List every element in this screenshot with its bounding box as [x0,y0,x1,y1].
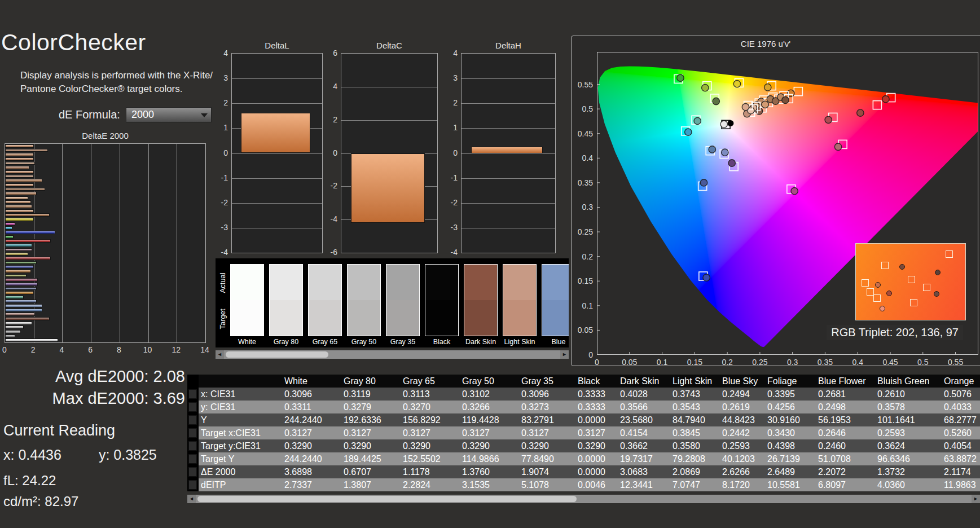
value-cell: 1.9074 [519,465,575,478]
target-swatch [464,300,497,336]
column-header: Black [575,375,618,388]
tick-label: 2 [320,115,337,124]
value-cell: 83.2791 [519,413,575,426]
delta-bar [351,153,425,223]
target-swatch [231,300,263,336]
value-cell: 0.2442 [720,426,765,439]
value-cell: 101.1641 [875,413,942,426]
tick-label: 0.4 [845,358,870,367]
row-handle [188,454,197,464]
column-header: Gray 50 [460,375,519,388]
value-cell: 0.4256 [765,401,816,413]
value-cell: 0.3290 [460,439,519,452]
tick-label: 1 [441,123,458,132]
scroll-left-arrow-icon[interactable]: ◄ [187,495,196,503]
de-bar [5,296,24,299]
de-bar [5,144,34,148]
value-cell: 0.3290 [341,439,401,452]
tick-label: 6 [88,345,93,354]
target-square-marker [910,299,917,306]
value-cell: 11.9863 [942,478,980,491]
value-cell: 3.1535 [460,478,519,491]
swatch-scrollbar-thumb[interactable] [226,351,328,358]
table-scrollbar[interactable]: ◄ ► [187,495,980,503]
value-cell: 0.3096 [282,388,341,401]
current-reading-xy: x: 0.4436 y: 0.3825 [3,447,157,463]
tick-label: 0.55 [573,80,593,89]
de-formula-dropdown[interactable]: 2000 [126,107,212,122]
de-bar [5,166,29,169]
de-bar [5,278,38,281]
tick-label: -2 [441,198,458,207]
value-cell: 0.3266 [460,401,519,413]
value-cell: 0.3096 [519,388,575,401]
tick-label: 0.35 [812,358,837,367]
row-label-header [199,375,282,388]
table-row: dEITP2.73371.38072.28243.15355.10780.004… [187,478,980,491]
value-cell: 51.0708 [816,452,875,465]
scroll-right-arrow-icon[interactable]: ► [972,495,980,503]
swatch-block [503,264,537,336]
gutter-cell [187,465,199,478]
target-square-marker [881,262,889,269]
description: Display analysis is performed with the X… [20,69,213,96]
tick-label: 0.25 [748,358,772,367]
scroll-right-arrow-icon[interactable]: ► [560,350,569,359]
value-cell: 6.8097 [816,478,875,491]
column-header: White [282,375,341,388]
value-cell: 63.8872 [942,452,980,465]
description-line2: Pantone ColorChecker® target colors. [20,82,213,96]
target-swatch [542,300,569,336]
de-bar [5,235,14,239]
swatch-column: Gray 35 [386,264,420,346]
value-cell: 152.5502 [401,452,460,465]
value-cell: 0.3845 [670,426,720,439]
value-cell: 8.1720 [720,478,765,491]
deltae-chart-title: DeltaE 2000 [5,131,206,140]
row-handle [188,415,197,425]
swatch-label: Gray 65 [308,338,342,346]
reading-cdm2: cd/m²: 82.97 [3,494,78,509]
value-cell: 5.1078 [519,478,575,491]
de-bar [5,239,51,243]
delta-bar [241,113,310,153]
value-cell: 1.3807 [341,478,401,491]
table-row: Target x:CIE310.31270.31270.31270.31270.… [187,426,980,439]
gridline [120,144,120,342]
swatch-label: Black [425,338,459,346]
swatch-column: White [230,264,264,346]
value-cell: 0.4154 [618,426,670,439]
measured-circle-marker [880,306,885,311]
swatch-scrollbar[interactable]: ◄ ► [216,350,569,359]
value-cell: 0.2619 [720,401,765,413]
de-bar [5,270,31,273]
tick-label: 0 [2,345,7,354]
tick-label: 4 [60,345,64,354]
target-swatch [309,300,341,336]
tick-label: -1 [441,173,458,182]
gutter-cell [187,413,199,426]
reading-y: y: 0.3825 [99,447,157,463]
tick-label: 0.1 [573,301,593,310]
gridline [62,144,63,342]
gridline [232,78,322,79]
value-cell: 0.2681 [816,388,875,401]
de-formula-row: dE Formula: 2000 [59,107,212,122]
column-header: Gray 80 [341,375,401,388]
value-cell: 0.3311 [282,401,341,413]
value-cell: 0.3333 [575,388,618,401]
swatch-column: Blue [542,264,569,346]
gutter-cell [187,375,199,388]
de-bar [5,317,50,320]
de-bar [5,274,27,278]
tick-label: -2 [320,181,337,190]
current-reading-heading: Current Reading [3,422,115,439]
scroll-left-arrow-icon[interactable]: ◄ [216,350,224,359]
gridline [232,203,322,204]
tick-label: 14 [200,345,209,354]
table-scrollbar-thumb[interactable] [197,496,577,502]
value-cell: 1.3732 [875,465,942,478]
swatch-block [230,264,264,336]
tick-label: 0.45 [878,358,903,367]
summary-stats: Avg dE2000: 2.08 Max dE2000: 3.69 [6,366,185,410]
